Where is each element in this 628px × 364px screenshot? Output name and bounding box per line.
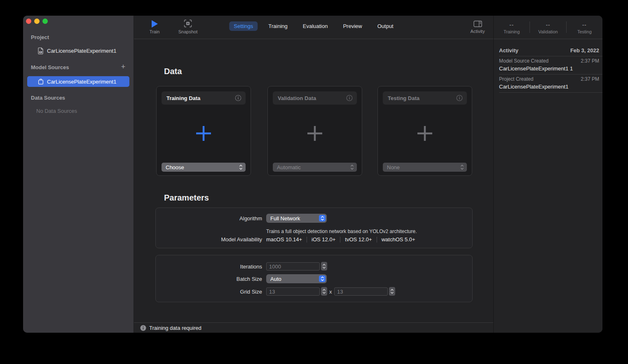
tab-output[interactable]: Output — [373, 21, 398, 31]
training-data-card-header: Training Data — [162, 91, 246, 105]
info-icon[interactable] — [346, 95, 353, 101]
algorithm-popup[interactable]: Full Network — [266, 214, 327, 223]
training-data-title: Training Data — [166, 95, 200, 101]
validation-data-source-dropdown[interactable]: Automatic — [273, 163, 357, 172]
training-data-source-dropdown[interactable]: Choose — [162, 163, 246, 172]
close-window-button[interactable] — [26, 19, 31, 24]
grid-size-height-stepper[interactable] — [389, 287, 395, 296]
activity-toggle-button[interactable]: Activity — [465, 19, 490, 34]
info-icon[interactable] — [456, 95, 463, 101]
activity-header: Activity — [499, 47, 518, 54]
sidebar-item-model-source[interactable]: CarLicensePlateExperiment1 — [27, 76, 129, 87]
divider — [499, 74, 602, 75]
info-icon[interactable] — [235, 95, 241, 101]
algorithm-value: Full Network — [270, 215, 319, 222]
model-source-item-label: CarLicensePlateExperiment1 — [47, 79, 116, 85]
iterations-label: Iterations — [156, 264, 262, 270]
iterations-field[interactable]: 1000 — [266, 262, 320, 271]
chevron-up-down-icon — [319, 215, 326, 222]
data-section-title: Data — [164, 67, 182, 76]
event-subject: CarLicensePlateExperiment1 1 — [499, 65, 573, 72]
grid-size-height-field[interactable]: 13 — [334, 287, 388, 296]
parameters-section-title: Parameters — [164, 193, 209, 203]
testing-stat-label: Testing — [577, 29, 592, 34]
testing-data-card: Testing Data None — [377, 86, 472, 176]
tab-settings[interactable]: Settings — [229, 21, 258, 31]
event-title: Model Source Created — [499, 58, 548, 64]
divider — [499, 92, 602, 93]
add-validation-data-target[interactable] — [306, 124, 324, 142]
tab-training[interactable]: Training — [264, 21, 292, 31]
window-controls — [26, 19, 48, 24]
algorithm-parameters-card: Algorithm Full Network Trains a full obj… — [155, 208, 473, 248]
model-availability-label: Model Availability — [156, 236, 262, 243]
play-icon — [152, 20, 158, 28]
grid-size-label: Grid Size — [156, 289, 262, 295]
snapshot-viewfinder-icon — [184, 19, 192, 28]
availability-macos: macOS 10.14+ — [266, 236, 302, 243]
add-testing-data-target[interactable] — [416, 124, 434, 142]
tab-preview[interactable]: Preview — [338, 21, 366, 31]
testing-data-card-header: Testing Data — [383, 91, 467, 105]
validation-data-title: Validation Data — [278, 95, 316, 101]
chevron-up-down-icon — [460, 164, 464, 170]
testing-stat-value: -- — [582, 22, 587, 28]
event-time: 2:37 PM — [581, 58, 599, 64]
model-sources-section-header: Model Sources — [31, 64, 69, 70]
validation-stat-value: -- — [546, 22, 551, 28]
snapshot-button[interactable]: Snapshot — [173, 19, 202, 34]
svg-text:ML: ML — [40, 51, 42, 53]
algorithm-description: Trains a full object detection network b… — [266, 229, 417, 234]
plus-icon — [306, 124, 324, 142]
iterations-stepper[interactable] — [321, 262, 327, 271]
minimize-window-button[interactable] — [34, 19, 40, 24]
divider — [340, 237, 340, 243]
plus-icon — [416, 124, 434, 142]
training-stat-value: -- — [509, 22, 514, 28]
add-training-data-target[interactable] — [194, 124, 213, 142]
activity-event-row: Project Created 2:37 PM — [499, 76, 599, 82]
sidebar-item-project[interactable]: ML CarLicensePlateExperiment1 — [27, 45, 129, 56]
training-data-card: Training Data Choose — [156, 86, 251, 176]
project-item-label: CarLicensePlateExperiment1 — [47, 48, 116, 54]
divider — [377, 237, 377, 243]
status-bar: Training data required — [134, 322, 493, 333]
grid-size-width-field[interactable]: 13 — [266, 287, 320, 296]
activity-date: Feb 3, 2022 — [570, 47, 599, 54]
dropdown-value: None — [387, 164, 460, 170]
training-parameters-card: Iterations 1000 Batch Size Auto — [155, 255, 473, 302]
grid-size-width-stepper[interactable] — [321, 287, 327, 296]
sidebar: Project ML CarLicensePlateExperiment1 Mo… — [23, 16, 134, 333]
training-stat-label: Training — [504, 29, 520, 34]
chevron-up-down-icon — [319, 275, 326, 282]
project-section-header: Project — [31, 34, 49, 40]
dropdown-value: Choose — [166, 164, 239, 170]
activity-button-label: Activity — [471, 29, 485, 34]
createml-window: Project ML CarLicensePlateExperiment1 Mo… — [23, 16, 602, 333]
tab-evaluation[interactable]: Evaluation — [298, 21, 333, 31]
validation-data-card: Validation Data Automatic — [267, 86, 362, 176]
event-subject: CarLicensePlateExperiment1 — [499, 84, 568, 90]
divider — [499, 56, 602, 56]
availability-watchos: watchOS 5.0+ — [382, 236, 415, 243]
availability-ios: iOS 12.0+ — [312, 236, 335, 243]
dataset-stats: -- Training -- Validation -- Testing — [494, 16, 602, 39]
plus-icon — [194, 124, 213, 142]
batch-size-popup[interactable]: Auto — [266, 274, 327, 283]
validation-stat-label: Validation — [538, 29, 558, 34]
settings-content: Data Training Data — [134, 39, 493, 322]
event-title: Project Created — [499, 76, 533, 82]
activity-event-row: Model Source Created 2:37 PM — [499, 58, 599, 64]
testing-data-title: Testing Data — [388, 95, 419, 101]
grid-size-times-label: x — [329, 289, 332, 295]
testing-data-source-dropdown[interactable]: None — [383, 163, 467, 172]
add-model-source-button[interactable]: + — [120, 63, 127, 71]
train-button-label: Train — [150, 29, 160, 34]
training-stat: -- Training — [494, 20, 530, 34]
model-availability-values: macOS 10.14+ iOS 12.0+ tvOS 12.0+ watchO… — [266, 236, 415, 243]
zoom-window-button[interactable] — [42, 19, 48, 24]
chevron-up-down-icon — [350, 164, 354, 170]
view-tabs: Settings Training Evaluation Preview Out… — [229, 21, 398, 31]
train-button[interactable]: Train — [140, 19, 169, 34]
model-source-box-icon — [38, 79, 44, 85]
